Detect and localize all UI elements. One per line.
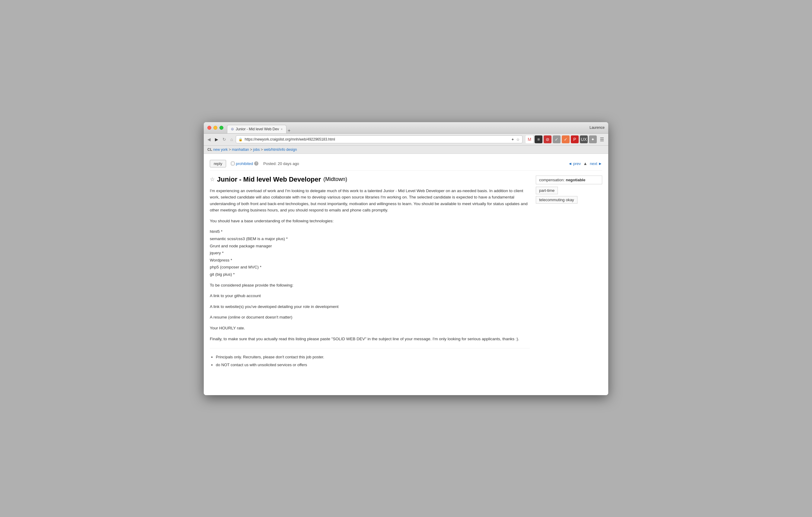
tabs-area: ☮ Junior - Mid level Web Dev × + [227,122,290,133]
req-item-2: A link to website(s) you've developed de… [210,303,530,310]
toolbar-icons: M ≡ ⊘ ✓ ✓ P UX ✦ ☰ [525,135,606,143]
tech-item-3: Grunt and node package manager [210,243,530,249]
back-button[interactable]: ◀ [206,136,212,142]
refresh-button[interactable]: ↻ [221,136,227,142]
tech-item-5: Wordpress * [210,257,530,264]
footer-item-2: do NOT contact us with unsolicited servi… [216,361,530,369]
tag-part-time: part-time [536,187,558,194]
compensation-value: negotiable [566,178,585,182]
home-button[interactable]: ⌂ [229,136,234,142]
breadcrumb-newyork[interactable]: new york [213,148,228,152]
nav-links: ◄ prev ▲ next ► [568,161,602,166]
rss-icon[interactable]: ✦ [511,137,514,142]
tab-favicon-icon: ☮ [231,127,234,131]
tech-item-4: jquery * [210,250,530,256]
gmail-icon-button[interactable]: M [525,135,533,143]
pinterest-icon-button[interactable]: P [571,135,579,143]
post-paragraph-1: I'm experiencing an overload of work and… [210,188,530,214]
title-bar: ☮ Junior - Mid level Web Dev × + Laurenc… [204,122,608,133]
tech-item-1: html5 * [210,229,530,235]
tech-item-7: git (big plus) * [210,271,530,278]
browser-window: ☮ Junior - Mid level Web Dev × + Laurenc… [204,122,608,395]
post-layout: ☆ Junior - Mid level Web Developer (Midt… [210,176,602,369]
forward-button[interactable]: ▶ [214,136,220,142]
breadcrumb-sep3: > [261,148,264,152]
reply-button[interactable]: reply [210,160,226,168]
final-note: Finally, to make sure that you actually … [210,336,530,342]
url-text: https://newyork.craigslist.org/mnh/web/4… [244,137,509,142]
prohibited-badge: ? [254,161,258,165]
footer-list: Principals only. Recruiters, please don'… [216,353,530,369]
address-field[interactable]: 🔒 https://newyork.craigslist.org/mnh/web… [236,135,523,143]
post-footer: Principals only. Recruiters, please don'… [210,348,530,369]
breadcrumb-category[interactable]: web/html/info design [264,148,297,152]
tech-list: html5 * semantic scss/css3 (BEM is a maj… [210,229,530,277]
menu-icon-button[interactable]: ☰ [598,135,606,143]
feather-icon-button[interactable]: ✓ [562,135,570,143]
compensation-label: compensation: [539,178,565,182]
post-body: I'm experiencing an overload of work and… [210,188,530,342]
tech-item-6: php5 (composer and MVC) * [210,264,530,271]
address-bar-row: ◀ ▶ ↻ ⌂ 🔒 https://newyork.craigslist.org… [204,133,608,146]
page-content: reply prohibited ? Posted: 20 days ago ◄… [204,154,608,395]
address-icons: ✦ ☆ [511,137,520,142]
breadcrumb-sep2: > [250,148,253,152]
post-location: (Midtown) [323,176,347,182]
requirements: A link to your github account A link to … [210,293,530,331]
post-title: ☆ Junior - Mid level Web Developer (Midt… [210,176,530,183]
req-item-3: A resume (online or document doesn't mat… [210,314,530,321]
next-link[interactable]: next ► [590,161,602,166]
tab-close-button[interactable]: × [281,128,283,131]
close-window-button[interactable] [207,126,211,130]
post-sidebar: compensation: negotiable part-time telec… [536,176,602,369]
tech-intro: You should have a base understanding of … [210,218,530,224]
check-icon-button[interactable]: ✓ [553,135,560,143]
consider-label: To be considered please provide the foll… [210,282,530,288]
breadcrumb-jobs[interactable]: jobs [253,148,260,152]
user-name: Laurence [589,125,605,130]
cl-logo[interactable]: CL [207,148,212,152]
extension-icon-button[interactable]: ✦ [589,135,597,143]
prev-link[interactable]: ◄ prev [568,161,581,166]
window-controls [207,126,223,130]
compensation-box: compensation: negotiable [536,176,602,184]
active-tab[interactable]: ☮ Junior - Mid level Web Dev × [227,125,287,133]
shield-icon-button[interactable]: ⊘ [544,135,551,143]
post-main: ☆ Junior - Mid level Web Developer (Midt… [210,176,530,369]
req-item-4: Your HOURLY rate. [210,325,530,332]
posted-text: Posted: 20 days ago [263,161,299,166]
tag-telecommuting: telecommuting okay [536,196,577,204]
breadcrumb: CL new york > manhattan > jobs > web/htm… [204,146,608,154]
req-item-1: A link to your github account [210,293,530,299]
breadcrumb-sep1: > [229,148,232,152]
star-icon[interactable]: ☆ [210,176,214,183]
prohibited-checkbox[interactable] [231,162,235,165]
footer-item-1: Principals only. Recruiters, please don'… [216,353,530,361]
tab-title: Junior - Mid level Web Dev [236,127,279,131]
maximize-window-button[interactable] [220,126,223,130]
prohibited-wrapper: prohibited ? [231,161,258,166]
ux-icon-button[interactable]: UX [580,135,588,143]
minimize-window-button[interactable] [213,126,218,130]
tech-item-2: semantic scss/css3 (BEM is a major plus)… [210,236,530,242]
bookmark-icon[interactable]: ☆ [516,137,520,142]
breadcrumb-manhattan[interactable]: manhattan [232,148,249,152]
new-tab-button[interactable]: + [288,128,290,133]
ssl-icon: 🔒 [238,138,243,142]
up-link[interactable]: ▲ [583,161,587,166]
prohibited-link[interactable]: prohibited [236,161,253,166]
layers-icon-button[interactable]: ≡ [534,135,543,143]
post-title-text: Junior - Mid level Web Developer [217,176,321,183]
post-nav-row: reply prohibited ? Posted: 20 days ago ◄… [210,159,602,171]
